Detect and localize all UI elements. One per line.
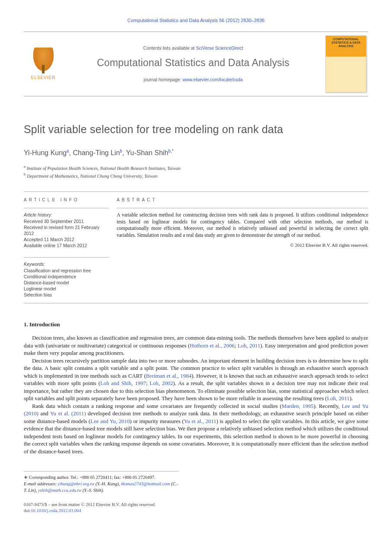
contents-prefix: Contents lists available at [143, 45, 196, 51]
cover-title: COMPUTATIONAL STATISTICS & DATA ANALYSIS [326, 36, 366, 57]
history-line: Accepted 11 March 2012 [24, 236, 109, 242]
affiliations: a Institute of Population Health Science… [24, 164, 368, 179]
email-owner: (Y.-H. Kung) [96, 481, 119, 486]
history-line: Received 30 September 2011 [24, 218, 109, 224]
keyword: Loglinear model [24, 286, 109, 292]
running-header: Computational Statistics and Data Analys… [24, 17, 368, 24]
journal-title: Computational Statistics and Data Analys… [97, 56, 290, 70]
author: Yi-Hung Kung [24, 149, 67, 156]
citation-link[interactable]: Yu et al. (2011) [50, 411, 86, 417]
email-owner: (Y.-S. Shih) [83, 488, 103, 493]
intro-paragraph-2: Decision trees recursively partition sam… [24, 357, 368, 403]
author-aff-marker: a [67, 149, 69, 153]
contents-available-line: Contents lists available at SciVerse Sci… [143, 45, 243, 51]
abstract-heading: ABSTRACT [117, 197, 368, 203]
author: Yu-Shan Shih [126, 149, 168, 156]
history-label: Article history: [24, 212, 109, 218]
text-run: Rank data which contain a ranking respon… [32, 403, 282, 409]
text-run: and [38, 411, 50, 417]
elsevier-tree-icon [32, 48, 55, 73]
citation-link[interactable]: Loh, 2011 [327, 395, 350, 401]
keyword: Distance-based model [24, 280, 109, 286]
keywords-label: Keywords: [24, 261, 109, 267]
section-1-heading: 1. Introduction [24, 321, 368, 328]
text-run: ; [146, 380, 150, 386]
emails-label: E-mail addresses: [24, 481, 57, 486]
intro-paragraph-1: Decision trees, also known as classifica… [24, 334, 368, 357]
citation-link[interactable]: Lee and Yu, 2010 [90, 418, 130, 424]
corresponding-star-icon: ∗ [24, 474, 28, 480]
journal-homepage-line: journal homepage: www.elsevier.com/locat… [143, 76, 242, 83]
citation-link[interactable]: Marden, 1995 [282, 403, 314, 409]
email-link[interactable]: yshih@math.ccu.edu.tw [38, 488, 81, 493]
email-link[interactable]: thomas2743@hotmail.com [121, 481, 170, 486]
corresponding-author-note: Corresponding author. Tel.: +886 05 2720… [29, 475, 156, 480]
author: Chang-Ting Lin [73, 149, 120, 156]
author-list: Yi-Hung Kunga, Chang-Ting Linb, Yu-Shan … [24, 148, 368, 158]
keywords-block: Keywords: Classification and regression … [24, 257, 109, 298]
homepage-prefix: journal homepage: [143, 77, 182, 82]
history-line: Received in revised form 21 February 201… [24, 224, 109, 236]
footer-meta: 0167-9473/$ – see front matter © 2012 El… [24, 502, 368, 514]
journal-cover-thumbnail: COMPUTATIONAL STATISTICS & DATA ANALYSIS [325, 35, 367, 92]
journal-masthead: ELSEVIER Contents lists available at Sci… [24, 32, 368, 96]
text-run: ). [350, 395, 353, 401]
text-run: ). Recently, [313, 403, 341, 409]
article-info-column: ARTICLE INFO Article history: Received 3… [24, 192, 117, 303]
publisher-name: ELSEVIER [31, 75, 56, 81]
doi-link[interactable]: 10.1016/j.csda.2012.03.004 [31, 508, 81, 513]
citation-link[interactable]: Yu et al., 2011 [184, 418, 217, 424]
intro-paragraph-3: Rank data which contain a ranking respon… [24, 403, 368, 456]
citation-link[interactable]: Loh, 2011 [238, 343, 260, 349]
abstract-copyright: © 2012 Elsevier B.V. All rights reserved… [117, 242, 368, 248]
history-line: Available online 17 March 2012 [24, 242, 109, 248]
citation-link[interactable]: Hothorn et al., 2006 [190, 343, 234, 349]
footnotes: ∗ Corresponding author. Tel.: +886 05 27… [24, 471, 179, 494]
author-aff-marker: b [120, 149, 122, 153]
abstract-text: A variable selection method for construc… [117, 212, 368, 239]
affiliation-b: Department of Mathematics, National Chun… [27, 174, 157, 178]
affiliation-a: Institute of Population Health Sciences,… [27, 166, 181, 170]
text-run: ; [235, 343, 238, 349]
cover-body [326, 57, 366, 92]
author-aff-marker: b,* [168, 149, 173, 153]
article-title: Split variable selection for tree modeli… [24, 122, 368, 137]
abstract-column: ABSTRACT A variable selection method for… [117, 192, 368, 303]
text-run: ) or impurity measures ( [130, 418, 184, 424]
keyword: Conditional independence [24, 274, 109, 280]
publisher-logo: ELSEVIER [24, 32, 63, 96]
article-info-heading: ARTICLE INFO [24, 197, 109, 203]
citation-link[interactable]: Loh, 2002 [150, 380, 173, 386]
keyword: Selection bias [24, 292, 109, 298]
issn-copyright-line: 0167-9473/$ – see front matter © 2012 El… [24, 502, 368, 508]
sciencedirect-link[interactable]: SciVerse ScienceDirect [196, 45, 243, 51]
citation-link[interactable]: Loh and Shih, 1997 [100, 380, 146, 386]
homepage-link[interactable]: www.elsevier.com/locate/csda [182, 77, 242, 82]
keyword: Classification and regression tree [24, 268, 109, 274]
citation-link[interactable]: Breiman et al., 1984 [146, 373, 191, 379]
article-history: Article history: Received 30 September 2… [24, 212, 109, 248]
email-link[interactable]: yihung@nhri.org.tw [57, 481, 94, 486]
doi-label: doi: [24, 508, 31, 513]
